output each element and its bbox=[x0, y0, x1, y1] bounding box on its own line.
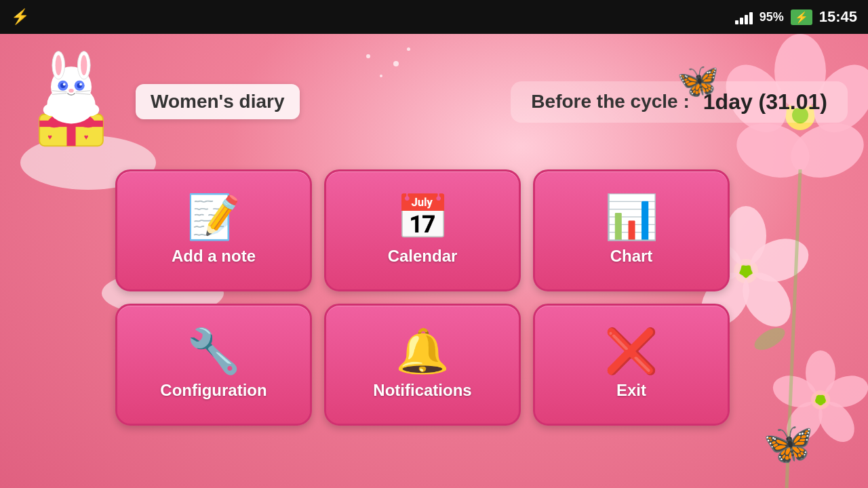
exit-icon: ❌ bbox=[604, 329, 658, 373]
signal-bar-1 bbox=[735, 20, 738, 24]
add-note-icon: 📝 bbox=[186, 195, 241, 239]
app-title: Women's diary bbox=[136, 84, 300, 119]
calendar-button[interactable]: 📅 Calendar bbox=[324, 169, 521, 291]
mascot: ♥ ♥ bbox=[20, 47, 129, 156]
notifications-button[interactable]: 🔔 Notifications bbox=[324, 304, 521, 426]
svg-point-41 bbox=[63, 83, 66, 86]
notifications-icon: 🔔 bbox=[395, 329, 450, 373]
main-content: ♥ ♥ bbox=[0, 34, 868, 488]
signal-bar-4 bbox=[749, 12, 753, 24]
butterfly-bottom: 🦋 bbox=[763, 420, 814, 468]
signal-bar-2 bbox=[740, 18, 743, 24]
battery-percent: 95% bbox=[760, 10, 784, 24]
svg-text:♥: ♥ bbox=[84, 133, 89, 141]
battery-icon: ⚡ bbox=[791, 9, 812, 25]
exit-label: Exit bbox=[616, 381, 646, 400]
chart-icon: 📊 bbox=[604, 195, 658, 239]
time-display: 15:45 bbox=[819, 8, 857, 26]
svg-text:♥: ♥ bbox=[47, 133, 52, 141]
status-bar: ⚡ 95% ⚡ 15:45 bbox=[0, 0, 868, 34]
exit-button[interactable]: ❌ Exit bbox=[533, 304, 730, 426]
main-grid: 📝 Add a note 📅 Calendar 📊 Chart 🔧 Config… bbox=[115, 169, 730, 426]
notifications-label: Notifications bbox=[373, 381, 471, 400]
usb-icon: ⚡ bbox=[11, 8, 29, 26]
calendar-label: Calendar bbox=[388, 247, 458, 266]
chart-button[interactable]: 📊 Chart bbox=[533, 169, 730, 291]
add-note-button[interactable]: 📝 Add a note bbox=[115, 169, 312, 291]
svg-point-36 bbox=[81, 55, 87, 75]
svg-point-34 bbox=[56, 55, 62, 75]
header: ♥ ♥ bbox=[0, 47, 868, 156]
signal-bars bbox=[735, 9, 753, 24]
configuration-button[interactable]: 🔧 Configuration bbox=[115, 304, 312, 426]
add-note-label: Add a note bbox=[172, 247, 256, 266]
status-bar-right: 95% ⚡ 15:45 bbox=[735, 8, 857, 26]
status-bar-left: ⚡ bbox=[11, 8, 29, 26]
configuration-icon: 🔧 bbox=[186, 329, 241, 373]
svg-point-49 bbox=[81, 104, 99, 117]
butterfly-top: 🦋 bbox=[677, 61, 719, 100]
chart-label: Chart bbox=[610, 247, 653, 266]
signal-bar-3 bbox=[745, 15, 748, 24]
cycle-label: Before the cycle : bbox=[531, 91, 689, 113]
svg-point-42 bbox=[79, 83, 82, 86]
cycle-value: 1day (31.01) bbox=[703, 89, 827, 115]
svg-point-43 bbox=[68, 89, 74, 93]
configuration-label: Configuration bbox=[160, 381, 267, 400]
svg-point-48 bbox=[43, 104, 61, 117]
calendar-icon: 📅 bbox=[395, 195, 450, 239]
